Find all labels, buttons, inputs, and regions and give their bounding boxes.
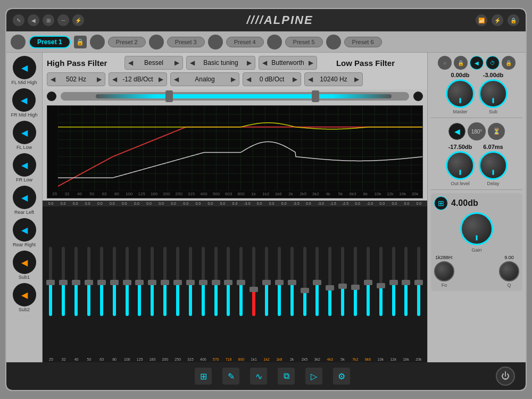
mini-btn-back[interactable]: ◀ <box>470 56 484 70</box>
fader-col-23[interactable] <box>337 247 349 316</box>
dash-icon[interactable]: ─ <box>57 14 69 26</box>
fader-col-6[interactable] <box>121 247 133 316</box>
gain-knob[interactable] <box>460 212 493 245</box>
sub-knob[interactable] <box>479 79 508 108</box>
fader-handle-4[interactable] <box>97 280 106 285</box>
fader-handle-16[interactable] <box>250 287 258 292</box>
hpf-type-next[interactable]: ▶ <box>171 56 182 69</box>
fader-handle-13[interactable] <box>212 280 220 285</box>
fader-col-24[interactable] <box>350 247 362 316</box>
basic-tuning-next[interactable]: ▶ <box>244 56 255 69</box>
analog-prev[interactable]: ◀ <box>171 73 182 86</box>
sub2-btn[interactable]: ◀ <box>13 283 36 306</box>
preset-lock-btn[interactable]: 🔒 <box>74 36 87 48</box>
preset-5-round[interactable] <box>267 35 282 49</box>
hpf-freq-next[interactable]: ▶ <box>94 73 105 86</box>
eq-adjust-icon[interactable]: ⊞ <box>195 368 212 385</box>
basic-tuning-selector[interactable]: ◀ Basic tuning ▶ <box>186 56 255 70</box>
rear-left-btn[interactable]: ◀ <box>13 186 36 209</box>
fader-col-20[interactable] <box>298 247 311 316</box>
mini-btn-5[interactable]: 🔒 <box>502 56 516 70</box>
hpf-slope-prev[interactable]: ◀ <box>109 73 120 86</box>
fader-handle-7[interactable] <box>135 280 144 285</box>
power-button[interactable]: ⏻ <box>496 367 515 386</box>
usb-icon[interactable]: ⚡ <box>492 14 503 26</box>
preset-4-round[interactable] <box>208 35 223 49</box>
eq-icon-btn[interactable]: ⊞ <box>434 196 448 210</box>
back-arrow-btn[interactable]: ◀ <box>448 123 466 140</box>
fader-col-22[interactable] <box>324 247 336 316</box>
fader-handle-2[interactable] <box>72 280 80 285</box>
fader-handle-14[interactable] <box>224 280 232 285</box>
lpf-slope-selector[interactable]: ◀ 0 dB/Oct ▶ <box>243 72 301 86</box>
hpf-slope-selector[interactable]: ◀ -12 dB/Oct ▶ <box>109 72 167 86</box>
preset-1-btn[interactable]: Preset 1 <box>29 36 71 48</box>
fader-handle-21[interactable] <box>313 280 321 285</box>
copy-icon[interactable]: ⧉ <box>278 368 295 385</box>
preset-5-btn[interactable]: Preset 5 <box>285 37 323 47</box>
fader-handle-9[interactable] <box>161 280 169 285</box>
wifi-icon[interactable]: 📶 <box>476 14 487 26</box>
hpf-freq-prev[interactable]: ◀ <box>47 73 59 86</box>
fader-col-2[interactable] <box>70 247 82 316</box>
fader-col-3[interactable] <box>83 247 95 316</box>
fl-mid-high-btn[interactable]: ◀ <box>13 56 36 79</box>
preset-4-btn[interactable]: Preset 4 <box>226 37 264 47</box>
fader-col-29[interactable] <box>413 247 425 316</box>
delay-knob[interactable] <box>479 151 508 180</box>
rear-right-btn[interactable]: ◀ <box>13 218 36 242</box>
analog-next[interactable]: ▶ <box>228 73 239 86</box>
edit-icon[interactable]: ✎ <box>13 14 24 26</box>
fader-handle-12[interactable] <box>199 280 207 285</box>
fader-handle-0[interactable] <box>46 280 55 285</box>
sub1-btn[interactable]: ◀ <box>13 251 36 274</box>
slider-thumb-right[interactable] <box>312 90 319 102</box>
fader-col-15[interactable] <box>235 247 247 316</box>
fl-low-btn[interactable]: ◀ <box>13 121 36 144</box>
fader-handle-20[interactable] <box>301 288 309 293</box>
mini-btn-1[interactable]: ○ <box>438 56 452 70</box>
preset-6-round[interactable] <box>326 35 341 49</box>
out-level-knob[interactable] <box>446 151 475 180</box>
lpf-freq-next[interactable]: ▶ <box>351 73 362 86</box>
fader-col-19[interactable] <box>286 247 298 316</box>
preset-3-btn[interactable]: Preset 3 <box>167 37 205 47</box>
settings-icon[interactable]: ⚙ <box>333 368 350 385</box>
preset-2-round[interactable] <box>90 35 105 49</box>
fader-col-26[interactable] <box>375 247 387 316</box>
fader-col-7[interactable] <box>134 247 146 316</box>
power-small-icon[interactable]: ⚡ <box>72 14 84 26</box>
fader-col-14[interactable] <box>222 247 235 316</box>
lpf-slope-prev[interactable]: ◀ <box>243 73 254 86</box>
fader-handle-6[interactable] <box>123 280 131 285</box>
fader-col-8[interactable] <box>146 247 159 316</box>
slider-thumb-left[interactable] <box>165 90 173 102</box>
fader-handle-15[interactable] <box>237 280 245 285</box>
fader-handle-3[interactable] <box>85 280 93 285</box>
hpf-slope-next[interactable]: ▶ <box>155 73 167 86</box>
fader-col-18[interactable] <box>273 247 285 316</box>
wave-icon[interactable]: ∿ <box>250 368 267 385</box>
fader-handle-26[interactable] <box>377 283 385 288</box>
fader-handle-5[interactable] <box>110 280 119 285</box>
fader-handle-28[interactable] <box>402 280 410 285</box>
fader-col-5[interactable] <box>108 247 120 316</box>
fader-handle-24[interactable] <box>351 285 360 290</box>
preset-2-btn[interactable]: Preset 2 <box>108 37 146 47</box>
fader-handle-29[interactable] <box>414 280 423 285</box>
preset-6-btn[interactable]: Preset 6 <box>344 37 382 47</box>
mini-btn-lock[interactable]: 🔒 <box>454 56 468 70</box>
fader-handle-17[interactable] <box>262 280 271 285</box>
lpf-freq-prev[interactable]: ◀ <box>305 73 316 86</box>
main-slider[interactable] <box>61 92 409 101</box>
fader-col-25[interactable] <box>362 247 374 316</box>
fader-handle-10[interactable] <box>173 280 182 285</box>
fader-handle-25[interactable] <box>364 280 372 285</box>
fader-handle-27[interactable] <box>389 280 398 285</box>
master-knob[interactable] <box>446 79 475 108</box>
lpf-slope-next[interactable]: ▶ <box>289 73 301 86</box>
fr-mid-high-btn[interactable]: ◀ <box>12 88 36 112</box>
q-knob[interactable] <box>499 261 519 281</box>
fader-col-28[interactable] <box>400 247 412 316</box>
basic-tuning-prev[interactable]: ◀ <box>187 56 198 69</box>
